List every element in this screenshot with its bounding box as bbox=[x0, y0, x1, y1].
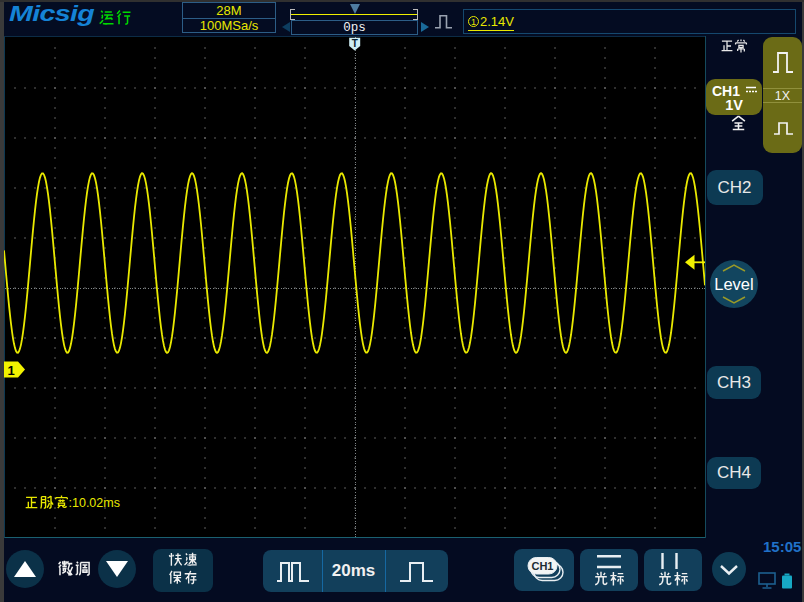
svg-text:CH1: CH1 bbox=[531, 560, 553, 572]
svg-text:T: T bbox=[352, 38, 358, 49]
svg-text:1: 1 bbox=[7, 363, 14, 378]
